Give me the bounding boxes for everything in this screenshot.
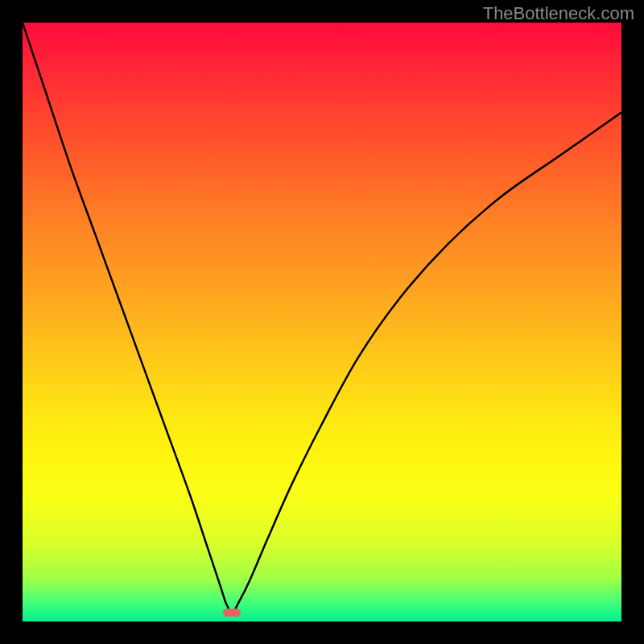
watermark-text: TheBottleneck.com	[483, 3, 634, 24]
bottleneck-curve-line	[23, 23, 621, 613]
chart-curve-svg	[23, 23, 621, 621]
minimum-point-marker	[223, 609, 241, 617]
chart-plot-area	[23, 23, 621, 621]
